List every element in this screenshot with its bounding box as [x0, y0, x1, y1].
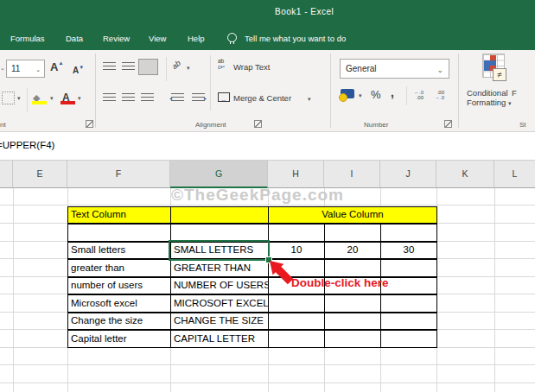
cell-empty[interactable]	[380, 294, 437, 313]
column-header-F[interactable]: F	[67, 161, 170, 188]
format-as-table-button-partial[interactable]: F	[512, 88, 517, 98]
window-title: Book1 - Excel	[275, 7, 334, 16]
grow-font-button[interactable]: A▲	[50, 59, 63, 74]
font-color-dropdown-arrow-icon[interactable]: ▾	[78, 95, 81, 102]
column-header-partial[interactable]	[0, 161, 13, 188]
align-right-button[interactable]	[141, 93, 154, 103]
conditional-formatting-button[interactable]: Conditional Formatting ▾	[467, 88, 512, 107]
accounting-dropdown-arrow-icon[interactable]: ▾	[359, 92, 362, 99]
align-center-button[interactable]	[122, 93, 135, 103]
merge-center-button[interactable]: Merge & Center	[233, 93, 291, 103]
cell-empty[interactable]	[380, 313, 437, 331]
ribbon: ⌄ 11 ⌄ A▲ A▼ ▾ ◆ ▾ A ▾ nt ab ▾	[0, 50, 535, 132]
annotation-arrow-icon	[261, 256, 296, 288]
font-size-value: 11	[11, 64, 20, 73]
column-header-H[interactable]: H	[268, 161, 324, 188]
cell-i-value[interactable]: 20	[324, 242, 381, 260]
column-header-E[interactable]: E	[13, 161, 67, 188]
shrink-font-button[interactable]: A▼	[73, 61, 84, 77]
cell-f-change-the-size[interactable]: Change the size	[67, 313, 171, 331]
cell-text-column-header[interactable]: Text Column	[67, 206, 171, 224]
cell-f-capital-letter[interactable]: Capital letter	[67, 330, 171, 348]
cell-empty[interactable]	[380, 330, 437, 348]
selected-cell-border[interactable]	[169, 240, 270, 261]
cell-j-value[interactable]: 30	[380, 242, 437, 260]
cell-empty[interactable]	[268, 224, 325, 242]
increase-indent-button[interactable]: ▸	[192, 93, 205, 103]
cell-empty[interactable]	[67, 224, 171, 242]
bottom-align-button[interactable]	[138, 59, 158, 75]
top-align-button[interactable]	[103, 62, 116, 72]
title-bar: Book1 - Excel	[0, 0, 535, 26]
tab-formulas[interactable]: Formulas	[10, 34, 45, 43]
cell-empty[interactable]	[324, 330, 381, 348]
cell-f-small-letters[interactable]: Small letters	[67, 242, 171, 260]
conditional-formatting-icon[interactable]: ≠	[482, 54, 505, 78]
font-size-dropdown-arrow-icon: ⌄	[35, 66, 41, 73]
column-header-I[interactable]: I	[324, 161, 380, 188]
increase-decimal-button[interactable]: ←.0.00	[414, 90, 424, 100]
merge-center-dropdown-arrow-icon[interactable]: ▾	[308, 96, 311, 103]
cell-empty[interactable]	[324, 224, 381, 242]
tab-help[interactable]: Help	[188, 34, 205, 43]
cell-empty[interactable]	[324, 259, 381, 277]
font-group-label: nt	[0, 121, 6, 129]
borders-button-icon[interactable]	[2, 92, 15, 104]
cell-empty[interactable]	[268, 330, 325, 348]
decrease-decimal-button[interactable]: .00→.0	[435, 90, 444, 100]
font-dialog-launcher-icon[interactable]	[86, 120, 93, 128]
cell-empty[interactable]	[268, 313, 325, 331]
cell-g-microsoft-excel-upper[interactable]: MICROSOFT EXCEL	[170, 294, 269, 313]
alignment-dialog-launcher-icon[interactable]	[254, 120, 262, 128]
orientation-button-icon[interactable]: ab	[170, 59, 182, 71]
cell-empty[interactable]	[324, 294, 381, 313]
tell-me-box[interactable]: Tell me what you want to do	[245, 34, 346, 43]
font-color-button[interactable]: A	[62, 89, 70, 104]
orientation-dropdown-arrow-icon[interactable]: ▾	[187, 65, 190, 72]
number-dialog-launcher-icon[interactable]	[444, 120, 452, 128]
cell-f-microsoft-excel[interactable]: Microsoft excel	[67, 294, 171, 313]
cell-yellow-empty[interactable]	[170, 206, 269, 224]
tab-review[interactable]: Review	[103, 34, 130, 43]
cell-empty[interactable]	[268, 294, 325, 313]
watermark: ©TheGeekPage.com	[171, 186, 344, 205]
tab-data[interactable]: Data	[66, 34, 83, 43]
cell-g-change-the-size-upper[interactable]: CHANGE THE SIZE	[170, 313, 269, 331]
number-format-value: General	[346, 64, 377, 73]
percent-style-button[interactable]: %	[371, 88, 381, 101]
excel-window: Book1 - Excel Formulas Data Review View …	[0, 0, 535, 392]
alignment-group-label: Alignment	[195, 121, 226, 129]
fill-color-dropdown-arrow-icon[interactable]: ▾	[50, 95, 54, 102]
formula-bar[interactable]: =UPPER(F4)	[0, 132, 535, 161]
comma-style-button[interactable]: ,	[391, 85, 394, 99]
wrap-text-icon: abc↵	[218, 59, 226, 70]
cell-f-greater-than[interactable]: greater than	[67, 259, 171, 277]
lightbulb-icon	[227, 33, 237, 42]
cell-value-column-header[interactable]: Value Column	[268, 206, 437, 224]
cell-g-number-of-users-upper[interactable]: NUMBER OF USERS	[170, 277, 269, 295]
cell-empty[interactable]	[380, 259, 437, 277]
accounting-format-icon[interactable]	[341, 89, 354, 98]
borders-dropdown-arrow-icon[interactable]: ▾	[17, 95, 21, 102]
tab-view[interactable]: View	[149, 34, 166, 43]
column-header-G-selected[interactable]: G	[170, 161, 268, 188]
cell-empty[interactable]	[324, 313, 381, 331]
number-format-dropdown-arrow-icon: ⌄	[436, 66, 443, 74]
column-header-K[interactable]: K	[436, 161, 494, 188]
wrap-text-button[interactable]: Wrap Text	[233, 62, 270, 72]
cell-empty[interactable]	[380, 224, 437, 242]
cell-empty[interactable]	[170, 224, 269, 242]
ribbon-tab-bar: Formulas Data Review View Help Tell me w…	[0, 26, 535, 50]
fill-color-button[interactable]: ◆	[33, 89, 40, 104]
decrease-indent-button[interactable]: ◂	[171, 93, 184, 103]
column-header-J[interactable]: J	[380, 161, 436, 188]
cell-g-capital-letter-upper[interactable]: CAPITAL LETTER	[170, 330, 269, 348]
cell-g-greater-than-upper[interactable]: GREATER THAN	[170, 259, 269, 277]
align-left-button[interactable]	[103, 93, 116, 103]
font-name-dropdown-arrow-icon[interactable]: ⌄	[0, 65, 5, 72]
font-size-combo[interactable]: 11 ⌄	[6, 60, 45, 78]
cell-f-number-of-users[interactable]: number of users	[67, 277, 171, 295]
number-format-combo[interactable]: General ⌄	[340, 59, 449, 79]
middle-align-button[interactable]	[122, 62, 135, 72]
column-header-L[interactable]: L	[494, 161, 535, 188]
